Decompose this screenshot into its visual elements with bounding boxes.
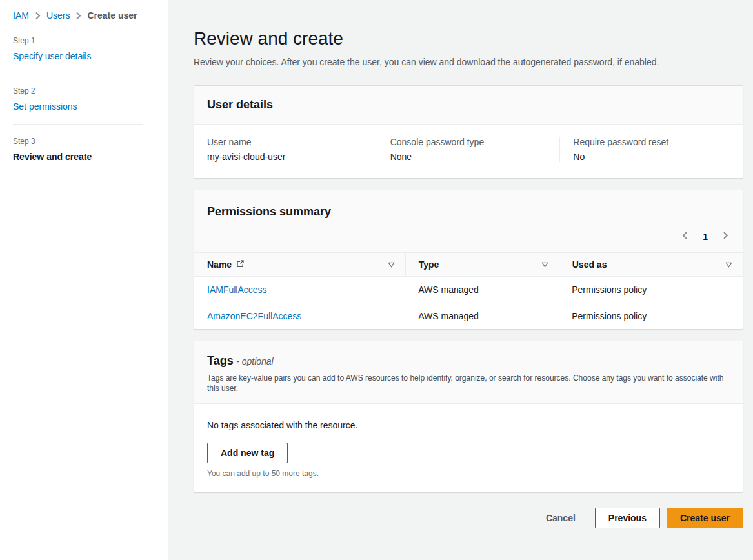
chevron-right-icon	[75, 12, 81, 20]
step-2: Step 2 Set permissions	[13, 86, 155, 112]
field-console-password-type: Console password type None	[377, 137, 560, 162]
breadcrumb-current: Create user	[87, 10, 137, 21]
cell-used-as: Permissions policy	[559, 277, 743, 303]
breadcrumb-link-users[interactable]: Users	[46, 10, 70, 21]
field-label: User name	[207, 137, 364, 147]
field-value: None	[390, 152, 547, 162]
tags-card: Tags - optional Tags are key-value pairs…	[194, 341, 743, 492]
chevron-right-icon	[35, 12, 41, 20]
user-details-title: User details	[207, 98, 273, 111]
permissions-summary-card: Permissions summary 1	[194, 190, 743, 330]
step-3-current: Review and create	[13, 152, 155, 162]
step-2-label: Step 2	[13, 86, 155, 95]
chevron-left-icon	[682, 231, 688, 242]
pagination: 1	[207, 230, 730, 243]
field-label: Console password type	[390, 137, 547, 147]
filter-dropdown-icon[interactable]	[541, 262, 548, 268]
tags-optional-label: - optional	[236, 356, 274, 366]
wizard-steps: Step 1 Specify user details Step 2 Set p…	[13, 36, 155, 162]
filter-dropdown-icon[interactable]	[388, 262, 395, 268]
tags-header: Tags - optional Tags are key-value pairs…	[194, 341, 743, 404]
cell-used-as: Permissions policy	[559, 303, 743, 330]
policy-link-amazonec2fullaccess[interactable]: AmazonEC2FullAccess	[207, 311, 301, 321]
step-3-label: Step 3	[13, 137, 155, 146]
step-1: Step 1 Specify user details	[13, 36, 155, 61]
column-label: Name	[207, 259, 232, 270]
step-1-label: Step 1	[13, 36, 155, 45]
column-header-used-as[interactable]: Used as	[559, 253, 743, 277]
field-label: Require password reset	[573, 137, 730, 147]
pagination-page-number[interactable]: 1	[699, 231, 712, 243]
user-details-card: User details User name my-avisi-cloud-us…	[194, 85, 743, 179]
tags-description: Tags are key-value pairs you can add to …	[207, 373, 730, 394]
breadcrumb: IAM Users Create user	[13, 10, 155, 21]
page-title: Review and create	[194, 28, 743, 49]
cancel-button[interactable]: Cancel	[543, 509, 578, 527]
divider	[13, 74, 143, 74]
page: IAM Users Create user Step 1 Specify use…	[0, 0, 753, 560]
field-value: No	[573, 152, 730, 162]
pagination-previous-button[interactable]	[681, 230, 689, 243]
chevron-right-icon	[723, 231, 728, 242]
permissions-table: Name	[194, 253, 743, 329]
filter-dropdown-icon[interactable]	[725, 262, 732, 268]
step-1-link[interactable]: Specify user details	[13, 51, 155, 61]
create-user-button[interactable]: Create user	[667, 508, 743, 528]
permissions-summary-title: Permissions summary	[207, 205, 331, 218]
step-3: Step 3 Review and create	[13, 137, 155, 162]
field-user-name: User name my-avisi-cloud-user	[194, 137, 377, 162]
field-require-password-reset: Require password reset No	[559, 137, 743, 162]
field-value: my-avisi-cloud-user	[207, 152, 364, 162]
add-new-tag-button[interactable]: Add new tag	[207, 443, 288, 463]
cell-type: AWS managed	[405, 303, 559, 330]
policy-link-iamfullaccess[interactable]: IAMFullAccess	[207, 285, 267, 295]
table-row: IAMFullAccess AWS managed Permissions po…	[194, 277, 743, 303]
table-row: AmazonEC2FullAccess AWS managed Permissi…	[194, 303, 743, 330]
step-2-link[interactable]: Set permissions	[13, 101, 155, 112]
tags-title: Tags	[207, 354, 234, 367]
user-details-body: User name my-avisi-cloud-user Console pa…	[194, 125, 743, 178]
divider	[13, 124, 143, 125]
wizard-footer-actions: Cancel Previous Create user	[194, 508, 743, 528]
pagination-next-button[interactable]	[721, 230, 730, 243]
page-description: Review your choices. After you create th…	[194, 57, 743, 67]
wizard-sidebar: IAM Users Create user Step 1 Specify use…	[0, 0, 168, 560]
tags-limit-note: You can add up to 50 more tags.	[207, 469, 730, 478]
user-details-header: User details	[194, 86, 743, 125]
permissions-summary-header: Permissions summary 1	[194, 190, 743, 253]
column-header-name[interactable]: Name	[194, 253, 405, 277]
previous-button[interactable]: Previous	[595, 508, 660, 528]
tags-body: No tags associated with the resource. Ad…	[194, 404, 743, 492]
column-label: Type	[419, 259, 439, 270]
cell-type: AWS managed	[405, 277, 559, 303]
tags-empty-message: No tags associated with the resource.	[207, 420, 730, 430]
external-link-icon	[236, 259, 245, 270]
breadcrumb-link-iam[interactable]: IAM	[13, 10, 29, 21]
table-header-row: Name	[194, 253, 743, 277]
column-header-type[interactable]: Type	[405, 253, 559, 277]
column-label: Used as	[572, 259, 607, 270]
main-content: Review and create Review your choices. A…	[168, 0, 753, 560]
